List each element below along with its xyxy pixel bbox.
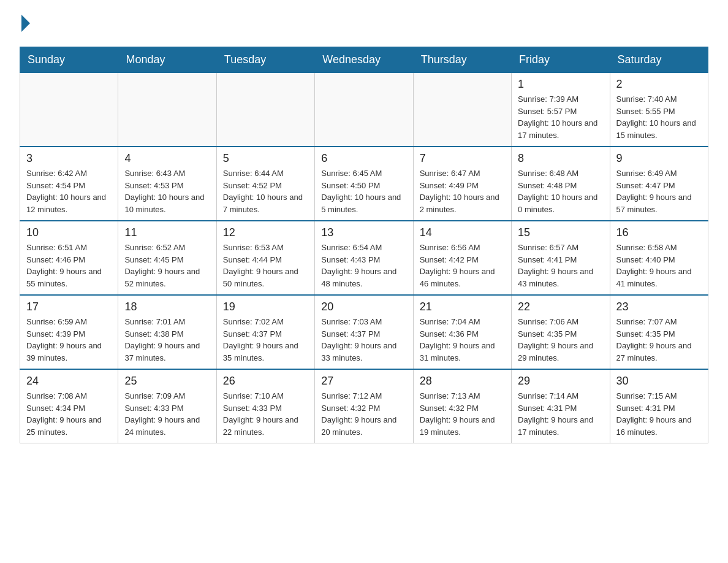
day-number: 4 bbox=[124, 152, 210, 165]
day-info: Sunrise: 6:47 AMSunset: 4:49 PMDaylight:… bbox=[420, 167, 505, 215]
day-number: 20 bbox=[321, 301, 406, 313]
calendar-week-row: 10Sunrise: 6:51 AMSunset: 4:46 PMDayligh… bbox=[20, 221, 708, 295]
calendar-cell: 7Sunrise: 6:47 AMSunset: 4:49 PMDaylight… bbox=[413, 147, 511, 221]
day-number: 29 bbox=[518, 375, 603, 388]
calendar-cell: 19Sunrise: 7:02 AMSunset: 4:37 PMDayligh… bbox=[216, 295, 314, 369]
day-number: 17 bbox=[26, 301, 112, 313]
day-info: Sunrise: 7:08 AMSunset: 4:34 PMDaylight:… bbox=[26, 390, 112, 438]
calendar-cell: 30Sunrise: 7:15 AMSunset: 4:31 PMDayligh… bbox=[610, 369, 708, 443]
calendar-cell: 24Sunrise: 7:08 AMSunset: 4:34 PMDayligh… bbox=[20, 369, 118, 443]
day-number: 11 bbox=[124, 226, 210, 239]
day-number: 22 bbox=[518, 301, 603, 313]
day-number: 1 bbox=[518, 78, 603, 91]
day-info: Sunrise: 6:48 AMSunset: 4:48 PMDaylight:… bbox=[518, 167, 603, 215]
day-number: 23 bbox=[616, 301, 702, 313]
calendar-cell: 26Sunrise: 7:10 AMSunset: 4:33 PMDayligh… bbox=[216, 369, 314, 443]
day-info: Sunrise: 7:03 AMSunset: 4:37 PMDaylight:… bbox=[321, 316, 406, 364]
day-number: 12 bbox=[223, 226, 308, 239]
day-info: Sunrise: 7:10 AMSunset: 4:33 PMDaylight:… bbox=[223, 390, 308, 438]
calendar-cell: 9Sunrise: 6:49 AMSunset: 4:47 PMDaylight… bbox=[610, 147, 708, 221]
calendar-cell: 3Sunrise: 6:42 AMSunset: 4:54 PMDaylight… bbox=[20, 147, 118, 221]
day-info: Sunrise: 7:06 AMSunset: 4:35 PMDaylight:… bbox=[518, 316, 603, 364]
calendar-cell: 28Sunrise: 7:13 AMSunset: 4:32 PMDayligh… bbox=[413, 369, 511, 443]
calendar-cell: 8Sunrise: 6:48 AMSunset: 4:48 PMDaylight… bbox=[512, 147, 610, 221]
day-number: 15 bbox=[518, 226, 603, 239]
day-number: 18 bbox=[124, 301, 210, 313]
day-number: 25 bbox=[124, 375, 210, 388]
day-number: 10 bbox=[26, 226, 112, 239]
column-header-tuesday: Tuesday bbox=[216, 47, 314, 73]
day-info: Sunrise: 6:49 AMSunset: 4:47 PMDaylight:… bbox=[616, 167, 702, 215]
calendar-cell: 13Sunrise: 6:54 AMSunset: 4:43 PMDayligh… bbox=[315, 221, 413, 295]
calendar-cell: 12Sunrise: 6:53 AMSunset: 4:44 PMDayligh… bbox=[216, 221, 314, 295]
day-number: 13 bbox=[321, 226, 406, 239]
day-number: 5 bbox=[223, 152, 308, 165]
day-number: 3 bbox=[26, 152, 112, 165]
column-header-friday: Friday bbox=[512, 47, 610, 73]
calendar-cell: 11Sunrise: 6:52 AMSunset: 4:45 PMDayligh… bbox=[118, 221, 216, 295]
calendar-cell: 22Sunrise: 7:06 AMSunset: 4:35 PMDayligh… bbox=[512, 295, 610, 369]
calendar-cell bbox=[20, 73, 118, 147]
day-info: Sunrise: 7:15 AMSunset: 4:31 PMDaylight:… bbox=[616, 390, 702, 438]
calendar-week-row: 17Sunrise: 6:59 AMSunset: 4:39 PMDayligh… bbox=[20, 295, 708, 369]
day-info: Sunrise: 7:02 AMSunset: 4:37 PMDaylight:… bbox=[223, 316, 308, 364]
day-info: Sunrise: 7:13 AMSunset: 4:32 PMDaylight:… bbox=[420, 390, 505, 438]
day-info: Sunrise: 7:40 AMSunset: 5:55 PMDaylight:… bbox=[616, 93, 702, 141]
calendar-cell bbox=[118, 73, 216, 147]
day-info: Sunrise: 6:43 AMSunset: 4:53 PMDaylight:… bbox=[124, 167, 210, 215]
day-info: Sunrise: 6:44 AMSunset: 4:52 PMDaylight:… bbox=[223, 167, 308, 215]
day-number: 21 bbox=[420, 301, 505, 313]
calendar-cell: 5Sunrise: 6:44 AMSunset: 4:52 PMDaylight… bbox=[216, 147, 314, 221]
day-info: Sunrise: 7:01 AMSunset: 4:38 PMDaylight:… bbox=[124, 316, 210, 364]
column-header-monday: Monday bbox=[118, 47, 216, 73]
calendar-cell: 10Sunrise: 6:51 AMSunset: 4:46 PMDayligh… bbox=[20, 221, 118, 295]
calendar-table: SundayMondayTuesdayWednesdayThursdayFrid… bbox=[20, 47, 708, 443]
day-number: 8 bbox=[518, 152, 603, 165]
calendar-week-row: 1Sunrise: 7:39 AMSunset: 5:57 PMDaylight… bbox=[20, 73, 708, 147]
day-info: Sunrise: 7:04 AMSunset: 4:36 PMDaylight:… bbox=[420, 316, 505, 364]
day-info: Sunrise: 7:07 AMSunset: 4:35 PMDaylight:… bbox=[616, 316, 702, 364]
day-info: Sunrise: 6:56 AMSunset: 4:42 PMDaylight:… bbox=[420, 242, 505, 289]
calendar-cell: 18Sunrise: 7:01 AMSunset: 4:38 PMDayligh… bbox=[118, 295, 216, 369]
day-number: 28 bbox=[420, 375, 505, 388]
day-number: 9 bbox=[616, 152, 702, 165]
day-info: Sunrise: 7:14 AMSunset: 4:31 PMDaylight:… bbox=[518, 390, 603, 438]
day-info: Sunrise: 6:58 AMSunset: 4:40 PMDaylight:… bbox=[616, 242, 702, 289]
calendar-header-row: SundayMondayTuesdayWednesdayThursdayFrid… bbox=[20, 47, 708, 73]
day-number: 19 bbox=[223, 301, 308, 313]
day-info: Sunrise: 7:12 AMSunset: 4:32 PMDaylight:… bbox=[321, 390, 406, 438]
column-header-saturday: Saturday bbox=[610, 47, 708, 73]
day-number: 30 bbox=[616, 375, 702, 388]
calendar-week-row: 24Sunrise: 7:08 AMSunset: 4:34 PMDayligh… bbox=[20, 369, 708, 443]
logo bbox=[20, 15, 30, 32]
calendar-cell: 14Sunrise: 6:56 AMSunset: 4:42 PMDayligh… bbox=[413, 221, 511, 295]
day-info: Sunrise: 6:51 AMSunset: 4:46 PMDaylight:… bbox=[26, 242, 112, 289]
calendar-cell: 16Sunrise: 6:58 AMSunset: 4:40 PMDayligh… bbox=[610, 221, 708, 295]
calendar-cell: 25Sunrise: 7:09 AMSunset: 4:33 PMDayligh… bbox=[118, 369, 216, 443]
day-number: 7 bbox=[420, 152, 505, 165]
calendar-cell: 17Sunrise: 6:59 AMSunset: 4:39 PMDayligh… bbox=[20, 295, 118, 369]
column-header-wednesday: Wednesday bbox=[315, 47, 413, 73]
day-number: 2 bbox=[616, 78, 702, 91]
page-header bbox=[20, 15, 708, 32]
day-info: Sunrise: 6:42 AMSunset: 4:54 PMDaylight:… bbox=[26, 167, 112, 215]
calendar-cell: 23Sunrise: 7:07 AMSunset: 4:35 PMDayligh… bbox=[610, 295, 708, 369]
calendar-cell: 15Sunrise: 6:57 AMSunset: 4:41 PMDayligh… bbox=[512, 221, 610, 295]
day-number: 6 bbox=[321, 152, 406, 165]
calendar-cell bbox=[413, 73, 511, 147]
column-header-sunday: Sunday bbox=[20, 47, 118, 73]
day-info: Sunrise: 7:09 AMSunset: 4:33 PMDaylight:… bbox=[124, 390, 210, 438]
day-number: 16 bbox=[616, 226, 702, 239]
day-info: Sunrise: 6:45 AMSunset: 4:50 PMDaylight:… bbox=[321, 167, 406, 215]
calendar-cell: 21Sunrise: 7:04 AMSunset: 4:36 PMDayligh… bbox=[413, 295, 511, 369]
day-info: Sunrise: 6:53 AMSunset: 4:44 PMDaylight:… bbox=[223, 242, 308, 289]
day-info: Sunrise: 7:39 AMSunset: 5:57 PMDaylight:… bbox=[518, 93, 603, 141]
logo-triangle-icon bbox=[21, 15, 30, 32]
day-info: Sunrise: 6:57 AMSunset: 4:41 PMDaylight:… bbox=[518, 242, 603, 289]
day-number: 14 bbox=[420, 226, 505, 239]
calendar-cell: 6Sunrise: 6:45 AMSunset: 4:50 PMDaylight… bbox=[315, 147, 413, 221]
calendar-cell: 27Sunrise: 7:12 AMSunset: 4:32 PMDayligh… bbox=[315, 369, 413, 443]
calendar-cell bbox=[216, 73, 314, 147]
column-header-thursday: Thursday bbox=[413, 47, 511, 73]
day-number: 24 bbox=[26, 375, 112, 388]
